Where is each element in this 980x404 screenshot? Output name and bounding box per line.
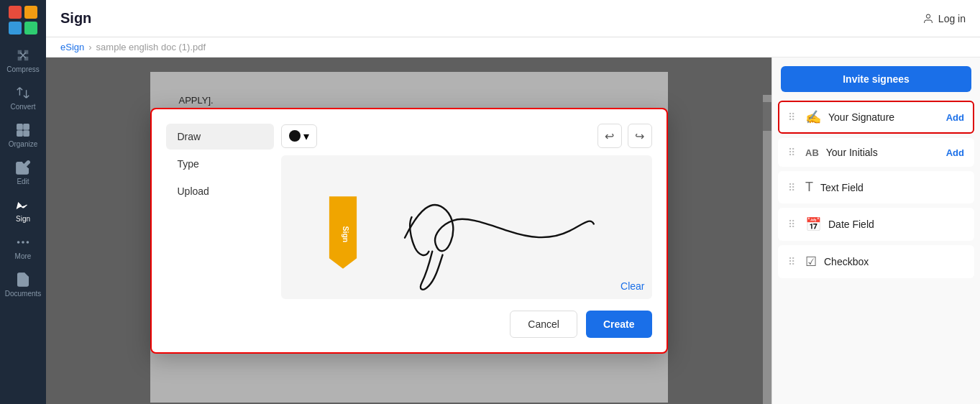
text-field-icon: T xyxy=(805,180,813,195)
redo-button[interactable]: ↪ xyxy=(628,124,652,148)
color-dot xyxy=(289,130,301,142)
drag-handle-date: ⠿ xyxy=(788,219,795,230)
user-icon xyxy=(922,13,934,24)
sidebar-item-edit[interactable]: Edit xyxy=(0,154,46,191)
main-area: Sign Log in eSign › sample english doc (… xyxy=(46,0,980,404)
signature-modal: Draw Type Upload ▾ ↩ ↪ xyxy=(150,108,668,354)
drag-handle-text: ⠿ xyxy=(788,182,795,193)
signature-label: Your Signature xyxy=(828,111,939,123)
sidebar-item-organize[interactable]: Organize xyxy=(0,116,46,154)
svg-rect-5 xyxy=(24,124,29,129)
signature-add-button[interactable]: Add xyxy=(946,112,964,123)
content-area: APPLY]. • • • • All of the... If you ha.… xyxy=(46,58,980,404)
drag-handle-signature: ⠿ xyxy=(788,111,795,123)
tab-type[interactable]: Type xyxy=(166,151,274,177)
drag-handle-initials: ⠿ xyxy=(788,147,795,158)
right-panel: Invite signees ⠿ ✍ Your Signature Add ⠿ … xyxy=(771,58,980,404)
sidebar-item-convert[interactable]: Convert xyxy=(0,79,46,116)
draw-canvas[interactable]: Sign Clear xyxy=(281,155,652,299)
svg-rect-1 xyxy=(24,6,37,19)
sidebar-item-sign[interactable]: Sign xyxy=(0,191,46,229)
date-field-label: Date Field xyxy=(828,219,964,230)
modal-footer: Cancel Create xyxy=(281,311,652,338)
tab-draw[interactable]: Draw xyxy=(166,124,274,150)
svg-rect-4 xyxy=(17,124,22,129)
panel-section-your-signature[interactable]: ⠿ ✍ Your Signature Add xyxy=(778,101,974,134)
text-field-label: Text Field xyxy=(820,182,964,193)
color-picker-button[interactable]: ▾ xyxy=(281,124,317,148)
breadcrumb-current: sample english doc (1).pdf xyxy=(96,42,206,52)
svg-point-9 xyxy=(22,241,24,244)
modal-tabs: Draw Type Upload xyxy=(166,124,274,204)
svg-text:Sign: Sign xyxy=(342,226,350,243)
login-button[interactable]: Log in xyxy=(922,13,966,24)
breadcrumb: eSign › sample english doc (1).pdf xyxy=(46,37,980,58)
sidebar-item-documents[interactable]: Documents xyxy=(0,266,46,303)
cancel-button[interactable]: Cancel xyxy=(510,311,577,338)
panel-section-your-initials[interactable]: ⠿ AB Your Initials Add xyxy=(778,138,974,167)
initials-label: Your Initials xyxy=(826,147,939,158)
modal-overlay: Draw Type Upload ▾ ↩ ↪ xyxy=(46,58,771,404)
svg-rect-7 xyxy=(24,131,29,136)
svg-point-11 xyxy=(926,14,930,18)
date-field-icon: 📅 xyxy=(805,216,821,232)
sidebar-item-compress[interactable]: Compress xyxy=(0,42,46,79)
undo-button[interactable]: ↩ xyxy=(597,124,622,148)
svg-point-8 xyxy=(17,241,20,244)
signature-icon: ✍ xyxy=(805,109,821,125)
sidebar: Compress Convert Organize Edit Sign More… xyxy=(0,0,46,404)
document-viewer: APPLY]. • • • • All of the... If you ha.… xyxy=(46,58,771,404)
tab-upload[interactable]: Upload xyxy=(166,178,274,204)
panel-section-text-field[interactable]: ⠿ T Text Field xyxy=(778,171,974,203)
svg-point-10 xyxy=(27,241,29,244)
svg-rect-2 xyxy=(9,22,22,35)
checkbox-label: Checkbox xyxy=(824,256,964,267)
svg-rect-6 xyxy=(17,131,22,136)
modal-toolbar: ▾ ↩ ↪ xyxy=(281,124,652,148)
invite-signees-button[interactable]: Invite signees xyxy=(781,66,971,92)
top-bar: Sign Log in xyxy=(46,0,980,37)
panel-section-date-field[interactable]: ⠿ 📅 Date Field xyxy=(778,208,974,241)
svg-rect-0 xyxy=(9,6,22,19)
modal-body: ▾ ↩ ↪ xyxy=(281,124,652,338)
panel-section-checkbox[interactable]: ⠿ ☑ Checkbox xyxy=(778,245,974,278)
breadcrumb-separator: › xyxy=(88,42,91,52)
signature-drawing: Sign xyxy=(281,155,652,293)
drag-handle-checkbox: ⠿ xyxy=(788,256,795,267)
breadcrumb-parent[interactable]: eSign xyxy=(60,42,84,52)
app-title: Sign xyxy=(60,10,91,27)
initials-add-button[interactable]: Add xyxy=(946,147,964,158)
create-button[interactable]: Create xyxy=(586,311,652,338)
checkbox-icon: ☑ xyxy=(805,254,817,270)
svg-rect-3 xyxy=(24,22,37,35)
initials-icon: AB xyxy=(805,147,819,158)
sidebar-item-more[interactable]: More xyxy=(0,229,46,266)
